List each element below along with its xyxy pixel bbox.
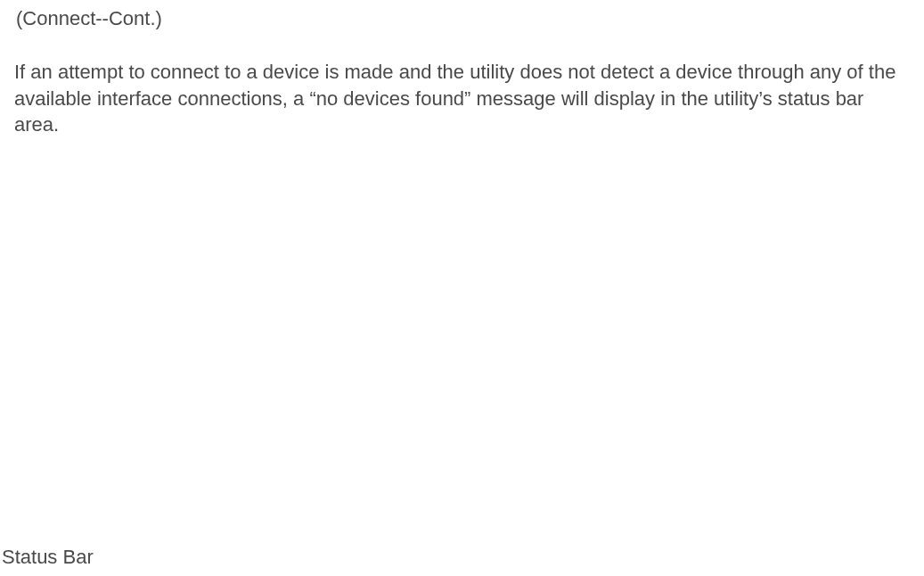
section-heading: (Connect--Cont.) bbox=[16, 7, 162, 30]
body-paragraph: If an attempt to connect to a device is … bbox=[14, 59, 910, 138]
status-bar-label: Status Bar bbox=[2, 546, 94, 569]
